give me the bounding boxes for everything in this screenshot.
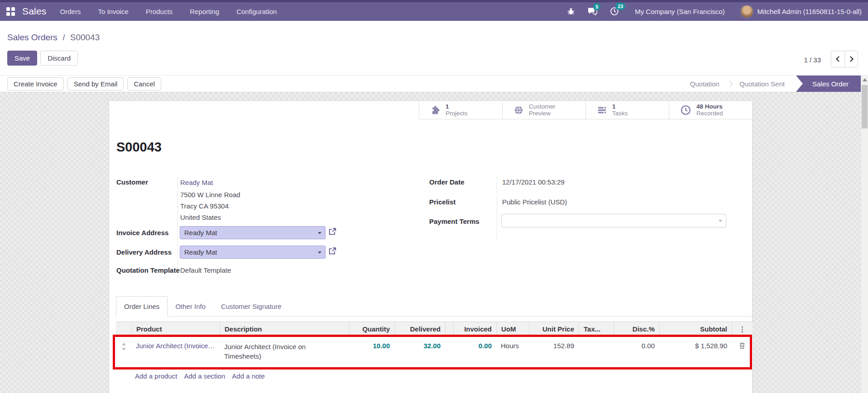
app-name[interactable]: Sales [22, 6, 47, 17]
company-switcher[interactable]: My Company (San Francisco) [635, 8, 724, 15]
menu-orders[interactable]: Orders [60, 8, 81, 15]
row-drag-handle[interactable] [116, 336, 131, 369]
column-discount[interactable]: Disc.% [614, 322, 659, 336]
cell-subtotal: $ 1,528.90 [659, 336, 732, 369]
column-quantity[interactable]: Quantity [349, 322, 394, 336]
stat-button-box: 1 Projects Customer Preview [419, 101, 752, 119]
handle-column-header [116, 322, 131, 336]
cell-unit-price[interactable]: 152.89 [529, 336, 579, 369]
add-a-note-link[interactable]: Add a note [232, 372, 265, 380]
save-discard-row: Save Discard [7, 51, 78, 66]
left-column-separator [177, 177, 178, 278]
tab-order-lines[interactable]: Order Lines [116, 296, 168, 317]
payment-terms-select[interactable] [501, 214, 726, 227]
hours-recorded-value: 48 Hours [696, 103, 723, 110]
activities-clock-icon[interactable]: 23 [609, 6, 619, 16]
pager [831, 51, 858, 67]
vertical-scrollbar[interactable] [861, 75, 868, 393]
trash-icon [739, 342, 745, 349]
column-unit-price[interactable]: Unit Price [529, 322, 579, 336]
breadcrumb-current: S00043 [70, 33, 100, 42]
stage-quotation[interactable]: Quotation [683, 80, 726, 88]
menu-products[interactable]: Products [146, 8, 173, 15]
quotation-template-value[interactable]: Default Template [180, 266, 231, 274]
delete-row-button[interactable] [739, 342, 745, 349]
order-date-label: Order Date [429, 178, 465, 186]
order-lines-footer-links: Add a product Add a section Add a note [135, 372, 265, 380]
pricelist-value[interactable]: Public Pricelist (USD) [502, 198, 567, 206]
invoice-address-select[interactable]: Ready Mat [180, 226, 326, 239]
chevron-left-icon [836, 56, 842, 62]
right-column-separator [497, 177, 497, 240]
add-a-section-link[interactable]: Add a section [184, 372, 225, 380]
send-by-email-button[interactable]: Send by Email [67, 77, 124, 90]
stat-button-customer-preview[interactable]: Customer Preview [502, 101, 585, 119]
stat-button-hours-recorded[interactable]: 48 Hours Recorded [669, 101, 752, 119]
pager-next-button[interactable] [844, 51, 858, 67]
notebook-tabs: Order Lines Other Info Customer Signatur… [116, 295, 753, 317]
save-button[interactable]: Save [7, 51, 37, 66]
column-subtotal[interactable]: Subtotal [659, 322, 732, 336]
column-uom[interactable]: UoM [496, 322, 529, 336]
tab-other-info[interactable]: Other Info [168, 297, 213, 316]
breadcrumb-separator: / [62, 33, 65, 42]
cell-quantity[interactable]: 10.00 [349, 336, 394, 369]
delivery-address-select[interactable]: Ready Mat [180, 246, 326, 259]
payment-terms-label: Payment Terms [429, 218, 480, 225]
cancel-button[interactable]: Cancel [127, 77, 161, 90]
tasks-count: 1 [612, 103, 628, 110]
optional-columns-icon[interactable]: ⋮ [739, 325, 746, 333]
delivery-address-external-link-icon[interactable] [328, 247, 336, 255]
user-menu[interactable]: Mitchell Admin (11650811-15-0-all) [740, 5, 862, 18]
discard-button[interactable]: Discard [40, 51, 78, 66]
invoice-address-value: Ready Mat [184, 229, 217, 237]
breadcrumb-sales-orders[interactable]: Sales Orders [7, 33, 58, 42]
column-invoiced[interactable]: Invoiced [453, 322, 496, 336]
invoice-address-external-link-icon[interactable] [328, 227, 336, 236]
messages-icon[interactable]: 5 [587, 7, 598, 16]
stage-sales-order-active[interactable]: Sales Order [796, 76, 861, 92]
create-invoice-button[interactable]: Create Invoice [7, 77, 64, 90]
scrollbar-thumb[interactable] [862, 85, 868, 128]
column-taxes[interactable]: Tax... [579, 322, 614, 336]
tab-customer-signature[interactable]: Customer Signature [213, 297, 289, 316]
messages-badge: 5 [593, 3, 600, 10]
cell-product[interactable]: Junior Architect (Invoice on ... [131, 336, 220, 369]
menu-reporting[interactable]: Reporting [190, 8, 219, 15]
column-delivered[interactable]: Delivered [394, 322, 445, 336]
stage-quotation-sent[interactable]: Quotation Sent [733, 80, 791, 88]
breadcrumb: Sales Orders / S00043 [7, 33, 100, 43]
pager-count: 1 / 33 [804, 56, 821, 64]
add-a-product-link[interactable]: Add a product [135, 372, 177, 380]
caret-down-icon [318, 232, 321, 234]
customer-address-line2: Tracy CA 95304 [180, 202, 229, 210]
customer-name-link[interactable]: Ready Mat [180, 179, 213, 186]
debug-bug-icon[interactable] [566, 7, 575, 16]
pager-previous-button[interactable] [831, 51, 844, 67]
projects-count: 1 [446, 103, 468, 110]
cell-uom[interactable]: Hours [496, 336, 529, 369]
apps-menu-icon[interactable] [6, 7, 15, 16]
column-product[interactable]: Product [131, 322, 220, 336]
stat-button-projects[interactable]: 1 Projects [419, 101, 502, 119]
control-panel: Sales Orders / S00043 Save Discard 1 / 3… [0, 21, 868, 75]
cell-discount[interactable]: 0.00 [614, 336, 659, 369]
menu-configuration[interactable]: Configuration [236, 8, 277, 15]
customer-label: Customer [116, 178, 148, 186]
cell-delivered[interactable]: 32.00 [394, 336, 445, 369]
order-line-row[interactable]: Junior Architect (Invoice on ... Junior … [116, 336, 753, 369]
cell-taxes[interactable] [579, 336, 614, 369]
top-navbar: Sales Orders To Invoice Products Reporti… [0, 0, 868, 21]
menu-to-invoice[interactable]: To Invoice [98, 8, 129, 15]
customer-preview-line1: Customer [529, 103, 556, 110]
column-description[interactable]: Description [220, 322, 349, 336]
cell-description[interactable]: Junior Architect (Invoice on Timesheets) [224, 342, 317, 361]
cell-invoiced[interactable]: 0.00 [453, 336, 496, 369]
customer-address-line3: United States [180, 213, 221, 221]
scroll-up-arrow-icon[interactable] [863, 78, 867, 81]
order-date-value[interactable]: 12/17/2021 00:53:29 [502, 178, 565, 186]
order-reference-title: S00043 [116, 140, 162, 155]
stat-button-tasks[interactable]: 1 Tasks [585, 101, 669, 119]
hours-recorded-label: Recorded [696, 110, 723, 117]
delivery-address-label: Delivery Address [116, 248, 172, 256]
